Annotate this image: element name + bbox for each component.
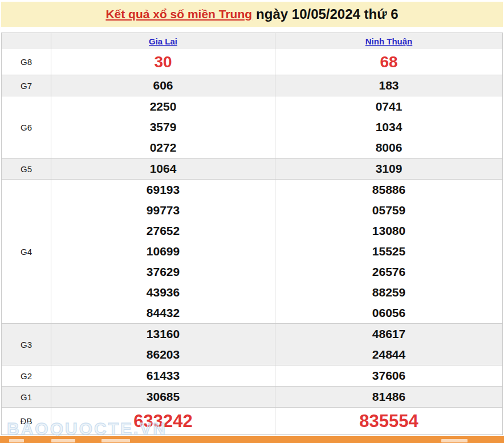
region-title-link[interactable]: Kết quả xổ số miền Trung [105,7,252,21]
result-number: 2250 [51,96,275,117]
result-number: 68 [275,50,502,75]
result-number: 0741 [275,96,502,117]
column-header-ninh-thuan: Ninh Thuận [275,33,502,49]
table-row-g3: G313160862034861724844 [2,323,502,365]
result-number: 30685 [51,387,275,407]
result-number: 48617 [275,324,502,344]
result-number: 1034 [275,117,502,137]
result-cell-ninh-thuan: 81486 [275,387,502,407]
result-number: 1064 [51,158,275,179]
result-number: 183 [275,75,502,96]
result-cell-gia-lai: 30685 [51,387,275,407]
result-number: 606 [51,75,275,96]
result-number: 27652 [51,221,275,241]
page-title-banner: Kết quả xổ số miền Trung ngày 10/05/2024… [1,2,503,27]
footer-bar-clipped [0,436,504,443]
result-cell-ninh-thuan: 835554 [275,408,502,434]
result-cell-ninh-thuan: 3109 [275,158,502,179]
result-cell-gia-lai: 30 [51,49,275,75]
table-row-g7: G7606183 [2,75,502,96]
results-table-body: G83068G7606183G6225035790272074110348006… [2,49,502,434]
prize-label: G1 [2,387,51,407]
result-cell-ninh-thuan: 4861724844 [275,324,502,365]
result-cell-gia-lai: 1316086203 [51,324,275,365]
results-table: Gia Lai Ninh Thuận G83068G7606183G622503… [1,32,503,435]
result-number: 10699 [51,241,275,262]
result-number: 86203 [51,344,275,365]
clipped-text-fragment [51,439,75,442]
result-number: 84432 [51,303,275,323]
province-link-gia-lai[interactable]: Gia Lai [149,36,177,46]
prize-label: G2 [2,365,51,386]
prize-label: G6 [2,96,51,158]
table-row-g6: G6225035790272074110348006 [2,96,502,158]
result-number: 24844 [275,344,502,365]
table-row-đb: ĐB633242835554 [2,407,502,434]
prize-label: G7 [2,75,51,96]
result-number: 85886 [275,180,502,200]
result-cell-ninh-thuan: 85886057591308015525265768825906056 [275,180,502,323]
result-cell-ninh-thuan: 37606 [275,365,502,386]
table-row-g1: G13068581486 [2,386,502,407]
prize-label: G3 [2,324,51,365]
result-number: 37606 [275,365,502,386]
result-number: 3579 [51,117,275,137]
result-number: 13080 [275,221,502,241]
table-row-g2: G26143337606 [2,365,502,386]
result-cell-gia-lai: 61433 [51,365,275,386]
result-number: 99773 [51,200,275,221]
table-row-g4: G469193997732765210699376294393684432858… [2,179,502,323]
result-number: 43936 [51,282,275,303]
prize-label: G5 [2,158,51,179]
result-cell-gia-lai: 1064 [51,158,275,179]
result-cell-gia-lai: 606 [51,75,275,96]
result-cell-gia-lai: 225035790272 [51,96,275,158]
result-cell-ninh-thuan: 183 [275,75,502,96]
prize-label: ĐB [2,408,51,434]
result-number: 05759 [275,200,502,221]
clipped-text-fragment [441,439,468,442]
title-date-text: ngày 10/05/2024 thứ 6 [256,6,399,22]
result-cell-gia-lai: 69193997732765210699376294393684432 [51,180,275,323]
result-number: 88259 [275,282,502,303]
table-header-row: Gia Lai Ninh Thuận [2,33,502,49]
table-row-g5: G510643109 [2,158,502,179]
clipped-text-fragment [9,439,24,442]
result-number: 13160 [51,324,275,344]
result-cell-ninh-thuan: 68 [275,49,502,75]
province-link-ninh-thuan[interactable]: Ninh Thuận [365,36,413,46]
result-cell-gia-lai: 633242 [51,408,275,434]
prize-label: G8 [2,49,51,75]
prize-column-header [2,33,51,49]
result-number: 30 [51,50,275,75]
table-row-g8: G83068 [2,49,502,75]
result-number: 06056 [275,303,502,323]
result-number: 26576 [275,262,502,282]
result-number: 8006 [275,137,502,158]
result-number: 69193 [51,180,275,200]
result-number: 61433 [51,365,275,386]
result-number: 835554 [275,408,502,434]
result-cell-ninh-thuan: 074110348006 [275,96,502,158]
result-number: 81486 [275,387,502,407]
result-number: 37629 [51,262,275,282]
prize-label: G4 [2,180,51,323]
result-number: 3109 [275,158,502,179]
result-number: 633242 [51,408,275,434]
column-header-gia-lai: Gia Lai [51,33,275,49]
result-number: 0272 [51,137,275,158]
clipped-text-fragment [101,439,130,442]
result-number: 15525 [275,241,502,262]
